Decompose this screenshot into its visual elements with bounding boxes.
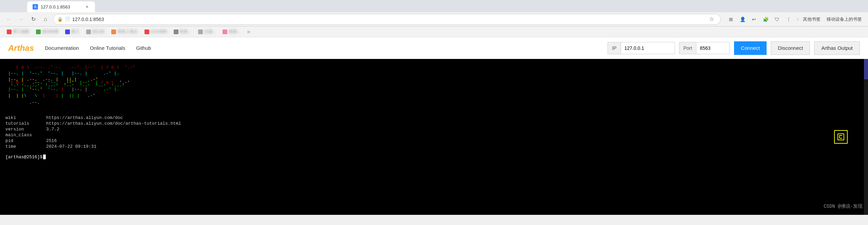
info-row-main-class: main_class <box>5 132 863 138</box>
ascii-art-detailed: ( o \ .--. .'--. .--' |--' | / o \ '.-' … <box>5 73 863 112</box>
bookmark-9[interactable]: 资源... <box>220 28 243 35</box>
watermark: CSDN @佛说·发现 <box>824 203 863 209</box>
info-value-tutorials: https://arthas.aliyun.com/doc/arthas-tut… <box>46 121 181 126</box>
bookmark-star-icon[interactable]: ☆ <box>707 15 716 24</box>
tab-favicon: A <box>33 4 38 9</box>
nav-documentation[interactable]: Documentation <box>45 45 79 51</box>
forward-button[interactable]: → <box>16 15 26 24</box>
info-row-time: time 2024-07-22 09:19:31 <box>5 144 863 149</box>
address-text: 127.0.0.1:8563 <box>72 17 705 22</box>
info-key-pid: pid <box>5 138 46 143</box>
other-bookmarks-label[interactable]: 其他书签 <box>801 16 823 23</box>
info-value-version: 3.7.2 <box>46 127 59 132</box>
disconnect-button[interactable]: Disconnect <box>771 41 810 55</box>
ascii-line-1: ( o \ .--. .'--. .--' |--' | / o \ '.-' <box>5 64 863 70</box>
arthas-logo[interactable]: Arthas <box>8 43 34 53</box>
terminal-prompt-line: [arthas@2516]$ <box>5 155 863 160</box>
bookmarks-bar: 景工场面 前功作师 景工 回口回 美务工具台 已分词列 职务... 汉源... <box>0 26 868 37</box>
page-icon: 📄 <box>65 17 70 22</box>
tab-bar: A 127.0.0.1:8563 ✕ <box>0 0 868 12</box>
refresh-button[interactable]: ↻ <box>28 15 38 24</box>
svg-rect-0 <box>838 134 844 140</box>
port-label: Port <box>679 42 696 54</box>
terminal-info-table: wiki https://arthas.aliyun.com/doc tutor… <box>5 115 863 149</box>
address-bar[interactable]: 🔒 📄 127.0.0.1:8563 ☆ <box>53 14 721 25</box>
security-icon: 🔒 <box>57 17 63 22</box>
nav-online-tutorials[interactable]: Online Tutorials <box>90 45 125 51</box>
port-group: Port <box>679 42 730 54</box>
expand-svg <box>837 134 844 140</box>
bookmark-5[interactable]: 美务工具台 <box>109 28 140 35</box>
bookmarks-more-icon[interactable]: » <box>247 28 250 35</box>
expand-icon[interactable] <box>834 130 848 144</box>
info-key-version: version <box>5 127 46 132</box>
browser-chrome: A 127.0.0.1:8563 ✕ ← → ↻ ⌂ 🔒 📄 127.0.0.1… <box>0 0 868 37</box>
info-key-main-class: main_class <box>5 132 46 138</box>
info-key-wiki: wiki <box>5 115 46 120</box>
ip-label: IP <box>607 42 620 54</box>
active-tab[interactable]: A 127.0.0.1:8563 ✕ <box>27 1 95 12</box>
info-key-time: time <box>5 144 46 149</box>
bookmark-6[interactable]: 已分词列 <box>142 28 170 35</box>
arthas-output-button[interactable]: Arthas Output <box>814 41 860 55</box>
info-value-pid: 2516 <box>46 138 57 143</box>
bookmark-8[interactable]: 汉源... <box>195 28 218 35</box>
tab-close-btn[interactable]: ✕ <box>84 4 90 9</box>
bookmark-4[interactable]: 回口回 <box>83 28 107 35</box>
port-input[interactable] <box>696 42 730 54</box>
ip-input[interactable] <box>621 42 675 54</box>
bookmark-7[interactable]: 职务... <box>171 28 194 35</box>
back-arrow-icon[interactable]: ↩ <box>749 15 759 24</box>
shield-icon[interactable]: 🛡 <box>772 15 782 24</box>
nav-bar: ← → ↻ ⌂ 🔒 📄 127.0.0.1:8563 ☆ ⊞ 👤 ↩ 🧩 🛡 ⋮… <box>0 12 868 26</box>
info-value-wiki: https://arthas.aliyun.com/doc <box>46 115 123 120</box>
bookmark-3[interactable]: 景工 <box>62 28 82 35</box>
mobile-bookmarks-label[interactable]: 移动设备上的书签 <box>825 16 864 23</box>
info-row-pid: pid 2516 <box>5 138 863 143</box>
profile-icon[interactable]: 👤 <box>738 15 747 24</box>
cursor <box>43 155 46 159</box>
info-row-version: version 3.7.2 <box>5 127 863 132</box>
chevron-right-icon[interactable]: › <box>797 16 799 23</box>
home-button[interactable]: ⌂ <box>41 15 50 24</box>
info-row-wiki: wiki https://arthas.aliyun.com/doc <box>5 115 863 120</box>
tab-title: 127.0.0.1:8563 <box>41 4 70 9</box>
ip-group: IP <box>607 42 675 54</box>
bookmark-1[interactable]: 景工场面 <box>4 28 32 35</box>
extension-icon[interactable]: 🧩 <box>761 15 770 24</box>
connect-button[interactable]: Connect <box>734 41 767 55</box>
back-button[interactable]: ← <box>4 15 14 24</box>
extensions-grid-icon[interactable]: ⊞ <box>726 15 736 24</box>
terminal-scrollbar[interactable] <box>864 59 868 215</box>
nav-right: ⊞ 👤 ↩ 🧩 🛡 ⋮ › 其他书签 移动设备上的书签 <box>726 15 864 24</box>
connection-area: IP Port Connect Disconnect Arthas Output <box>607 41 860 55</box>
nav-github[interactable]: Github <box>136 45 151 51</box>
more-options-icon[interactable]: ⋮ <box>784 15 793 24</box>
app-header: Arthas Documentation Online Tutorials Gi… <box>0 37 868 59</box>
info-key-tutorials: tutorials <box>5 121 46 126</box>
prompt-text: [arthas@2516]$ <box>5 155 42 160</box>
info-row-tutorials: tutorials https://arthas.aliyun.com/doc/… <box>5 121 863 126</box>
terminal[interactable]: ( o \ .--. .'--. .--' |--' | / o \ '.-' … <box>0 59 868 215</box>
info-value-time: 2024-07-22 09:19:31 <box>46 144 96 149</box>
bookmark-2[interactable]: 前功作师 <box>33 28 61 35</box>
scrollbar-thumb[interactable] <box>864 59 868 79</box>
